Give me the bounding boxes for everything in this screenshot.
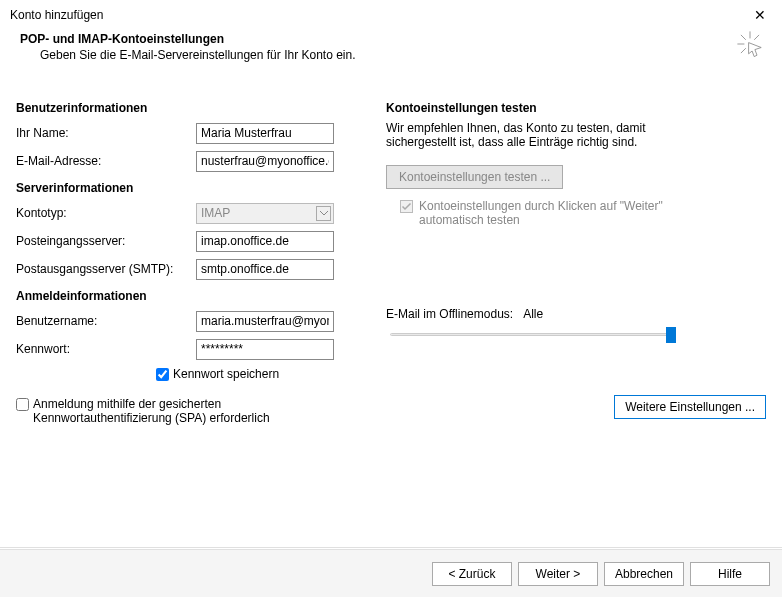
login-info-section-title: Anmeldeinformationen bbox=[16, 289, 356, 303]
password-label: Kennwort: bbox=[16, 342, 196, 356]
header-subtitle: Geben Sie die E-Mail-Servereinstellungen… bbox=[40, 48, 762, 62]
test-settings-title: Kontoeinstellungen testen bbox=[386, 101, 766, 115]
titlebar: Konto hinzufügen ✕ bbox=[0, 0, 782, 28]
svg-line-3 bbox=[754, 35, 759, 40]
offline-mode-label: E-Mail im Offlinemodus: bbox=[386, 307, 513, 321]
account-type-value: IMAP bbox=[201, 206, 230, 220]
back-button[interactable]: < Zurück bbox=[432, 562, 512, 586]
auto-test-label: Kontoeinstellungen durch Klicken auf "We… bbox=[419, 199, 679, 227]
dialog-footer: < Zurück Weiter > Abbrechen Hilfe bbox=[0, 549, 782, 597]
auto-test-checkbox bbox=[400, 200, 413, 213]
name-label: Ihr Name: bbox=[16, 126, 196, 140]
username-input[interactable] bbox=[196, 311, 334, 332]
slider-thumb[interactable] bbox=[666, 327, 676, 343]
server-info-section-title: Serverinformationen bbox=[16, 181, 356, 195]
spa-label: Anmeldung mithilfe der gesicherten Kennw… bbox=[33, 397, 323, 425]
svg-line-4 bbox=[741, 48, 746, 53]
header-title: POP- und IMAP-Kontoeinstellungen bbox=[20, 32, 762, 46]
user-info-section-title: Benutzerinformationen bbox=[16, 101, 356, 115]
email-label: E-Mail-Adresse: bbox=[16, 154, 196, 168]
help-button[interactable]: Hilfe bbox=[690, 562, 770, 586]
account-type-label: Kontotyp: bbox=[16, 206, 196, 220]
offline-mode-slider[interactable] bbox=[386, 325, 676, 345]
offline-mode-value: Alle bbox=[523, 307, 543, 321]
username-label: Benutzername: bbox=[16, 314, 196, 328]
incoming-server-input[interactable] bbox=[196, 231, 334, 252]
password-input[interactable] bbox=[196, 339, 334, 360]
name-input[interactable] bbox=[196, 123, 334, 144]
outgoing-server-label: Postausgangsserver (SMTP): bbox=[16, 262, 196, 276]
dialog-header: POP- und IMAP-Kontoeinstellungen Geben S… bbox=[0, 28, 782, 83]
slider-track bbox=[390, 333, 672, 336]
svg-line-2 bbox=[741, 35, 746, 40]
save-password-label: Kennwort speichern bbox=[173, 367, 279, 381]
account-type-select: IMAP bbox=[196, 203, 334, 224]
chevron-down-icon bbox=[316, 206, 331, 221]
cursor-click-icon bbox=[736, 30, 764, 58]
outgoing-server-input[interactable] bbox=[196, 259, 334, 280]
close-icon[interactable]: ✕ bbox=[748, 5, 772, 25]
window-title: Konto hinzufügen bbox=[10, 8, 103, 22]
email-input[interactable] bbox=[196, 151, 334, 172]
test-settings-button: Kontoeinstellungen testen ... bbox=[386, 165, 563, 189]
incoming-server-label: Posteingangsserver: bbox=[16, 234, 196, 248]
more-settings-button[interactable]: Weitere Einstellungen ... bbox=[614, 395, 766, 419]
save-password-checkbox[interactable] bbox=[156, 368, 169, 381]
test-settings-description: Wir empfehlen Ihnen, das Konto zu testen… bbox=[386, 121, 706, 149]
next-button[interactable]: Weiter > bbox=[518, 562, 598, 586]
cancel-button[interactable]: Abbrechen bbox=[604, 562, 684, 586]
spa-checkbox[interactable] bbox=[16, 398, 29, 411]
